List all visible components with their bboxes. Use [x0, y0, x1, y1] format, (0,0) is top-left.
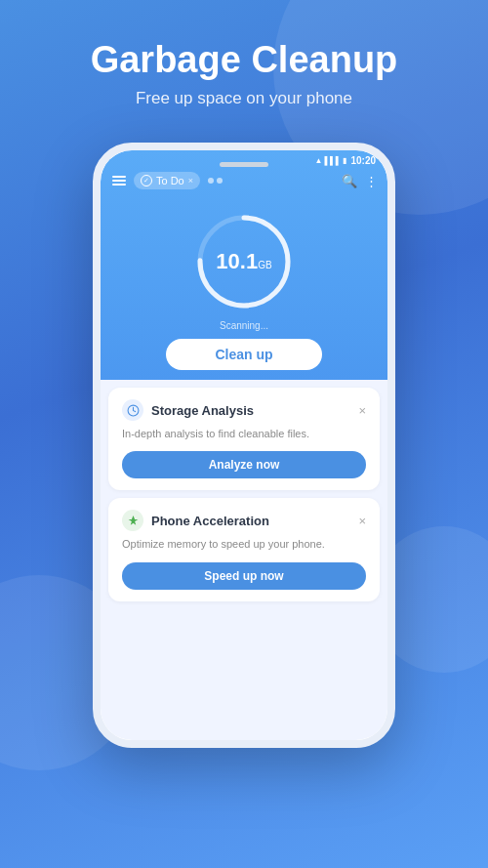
gauge-center: 10.1GB: [216, 251, 271, 272]
phone-screen: ▲ ▌▌▌ ▮ 10:20 ✓ To Do ×: [101, 150, 387, 740]
header-section: Garbage Cleanup Free up space on your ph…: [0, 0, 488, 128]
cards-section: Storage Analysis × In-depth analysis to …: [101, 380, 387, 617]
storage-card-close-icon[interactable]: ×: [358, 403, 366, 418]
acceleration-card-close-icon[interactable]: ×: [358, 514, 366, 528]
tab-chip[interactable]: ✓ To Do ×: [134, 172, 200, 189]
app-bar: ✓ To Do × 🔍 ⋮: [101, 168, 387, 193]
acceleration-title-row: Phone Acceleration: [122, 510, 269, 531]
phone-acceleration-icon: [122, 510, 143, 531]
storage-analysis-card: Storage Analysis × In-depth analysis to …: [108, 388, 380, 490]
status-wifi-icon: ▲: [314, 156, 322, 165]
gauge-ring: 10.1GB: [190, 208, 298, 315]
status-signal-icon: ▌▌▌: [324, 156, 341, 165]
tab-dot-1: [208, 178, 214, 184]
cleanup-button[interactable]: Clean up: [166, 339, 321, 370]
acceleration-card-description: Optimize memory to speed up your phone.: [122, 537, 366, 552]
speed-up-now-button[interactable]: Speed up now: [122, 562, 366, 590]
storage-card-description: In-depth analysis to find cleanable file…: [122, 427, 366, 441]
tab-close-icon[interactable]: ×: [188, 176, 193, 186]
gauge-number: 10.1: [216, 249, 258, 273]
tab-check-icon: ✓: [141, 175, 152, 186]
phone-acceleration-card: Phone Acceleration × Optimize memory to …: [108, 498, 380, 600]
menu-icon[interactable]: [110, 174, 128, 187]
subtitle: Free up space on your phone: [20, 89, 468, 108]
storage-icon: [122, 399, 143, 421]
main-title: Garbage Cleanup: [20, 39, 468, 81]
tab-dots: [208, 178, 223, 184]
phone-speaker: [220, 162, 268, 167]
analyze-now-button[interactable]: Analyze now: [122, 451, 366, 478]
tab-label: To Do: [156, 175, 184, 186]
status-battery-icon: ▮: [343, 156, 346, 165]
status-time: 10:20: [350, 155, 376, 166]
phone-container: ▲ ▌▌▌ ▮ 10:20 ✓ To Do ×: [0, 143, 488, 748]
storage-card-title: Storage Analysis: [151, 403, 254, 418]
storage-title-row: Storage Analysis: [122, 399, 254, 421]
phone-mockup: ▲ ▌▌▌ ▮ 10:20 ✓ To Do ×: [93, 143, 395, 748]
more-options-icon[interactable]: ⋮: [365, 174, 378, 188]
gauge-value: 10.1GB: [216, 251, 271, 272]
tab-dot-2: [217, 178, 223, 184]
gauge-unit: GB: [258, 260, 271, 270]
storage-card-header: Storage Analysis ×: [122, 399, 366, 421]
app-bar-actions: 🔍 ⋮: [342, 174, 378, 188]
gauge-section: 10.1GB Scanning... Clean up: [101, 193, 387, 380]
search-icon[interactable]: 🔍: [342, 174, 357, 188]
scanning-text: Scanning...: [220, 320, 268, 331]
acceleration-card-title: Phone Acceleration: [151, 514, 269, 528]
acceleration-card-header: Phone Acceleration ×: [122, 510, 366, 531]
